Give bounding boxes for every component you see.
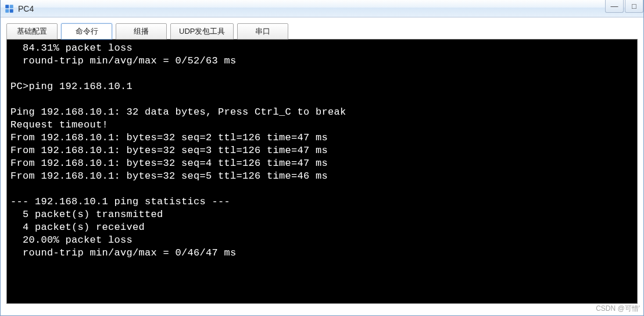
terminal-output[interactable]: 84.31% packet loss round-trip min/avg/ma… <box>6 39 638 304</box>
minimize-icon: — <box>611 2 618 10</box>
tab-label: 命令行 <box>76 26 98 37</box>
titlebar: PC4 — □ <box>1 0 643 17</box>
tab-label: 组播 <box>134 26 149 37</box>
maximize-button[interactable]: □ <box>625 0 643 13</box>
window-title: PC4 <box>18 4 34 13</box>
tab-basic[interactable]: 基础配置 <box>6 23 58 40</box>
svg-rect-0 <box>5 5 9 8</box>
tabstrip: 基础配置 命令行 组播 UDP发包工具 串口 <box>6 23 638 40</box>
app-icon <box>4 3 15 14</box>
tab-label: 串口 <box>255 26 270 37</box>
tab-label: UDP发包工具 <box>179 26 225 37</box>
tab-serial[interactable]: 串口 <box>237 23 288 40</box>
svg-rect-1 <box>10 5 13 8</box>
app-window: PC4 — □ 基础配置 命令行 组播 UDP发包工具 串口 <box>0 0 644 316</box>
content-area: 基础配置 命令行 组播 UDP发包工具 串口 84.31% packet los… <box>1 17 643 304</box>
svg-rect-3 <box>10 9 13 12</box>
maximize-icon: □ <box>632 2 636 10</box>
svg-rect-2 <box>5 9 9 12</box>
tab-cli[interactable]: 命令行 <box>61 23 112 40</box>
tab-multicast[interactable]: 组播 <box>116 23 167 40</box>
tab-label: 基础配置 <box>17 26 47 37</box>
watermark: CSDN @可惜' <box>596 304 640 314</box>
minimize-button[interactable]: — <box>605 0 624 13</box>
window-controls: — □ <box>606 0 643 13</box>
tab-udp[interactable]: UDP发包工具 <box>170 23 234 40</box>
